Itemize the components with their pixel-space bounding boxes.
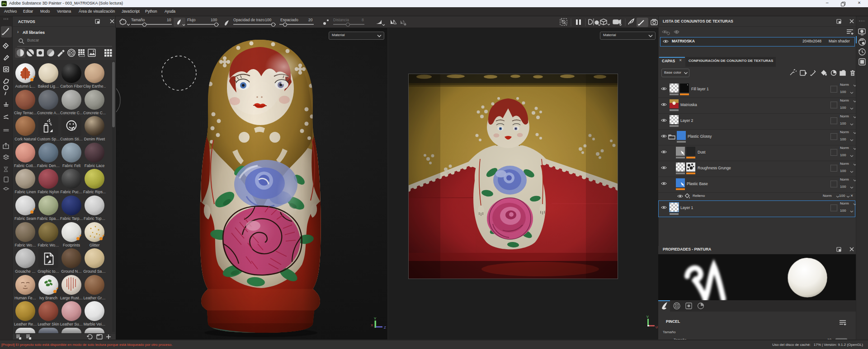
svg-text:Y: Y <box>374 316 377 321</box>
svg-text:Z: Z <box>384 326 386 330</box>
svg-text:X: X <box>371 323 373 327</box>
svg-text:U: U <box>656 326 658 329</box>
svg-text:V: V <box>646 315 649 318</box>
